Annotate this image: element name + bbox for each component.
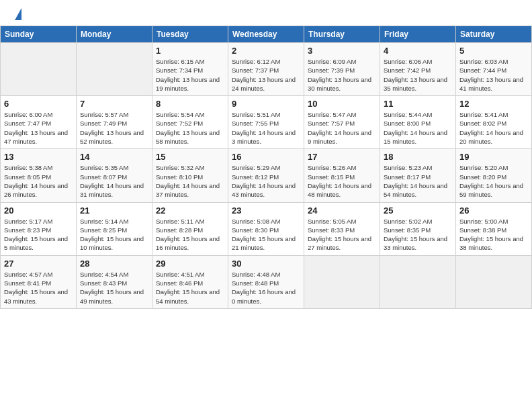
calendar-day-4: 4Sunrise: 6:06 AMSunset: 7:42 PMDaylight… (380, 43, 456, 96)
day-number: 20 (4, 205, 73, 216)
day-number: 28 (80, 259, 148, 269)
day-number: 3 (308, 46, 376, 56)
calendar-day-3: 3Sunrise: 6:09 AMSunset: 7:39 PMDaylight… (304, 43, 380, 96)
day-info: Sunrise: 5:20 AMSunset: 8:20 PMDaylight:… (459, 163, 528, 199)
calendar-day-13: 13Sunrise: 5:38 AMSunset: 8:05 PMDayligh… (1, 149, 77, 202)
weekday-header-wednesday: Wednesday (228, 26, 304, 43)
day-info: Sunrise: 5:51 AMSunset: 7:55 PMDaylight:… (232, 110, 300, 146)
calendar-table: SundayMondayTuesdayWednesdayThursdayFrid… (0, 26, 532, 309)
calendar-day-11: 11Sunrise: 5:44 AMSunset: 8:00 PMDayligh… (380, 96, 456, 149)
day-info: Sunrise: 6:00 AMSunset: 7:47 PMDaylight:… (4, 110, 73, 146)
day-number: 4 (384, 46, 452, 56)
calendar-header-row: SundayMondayTuesdayWednesdayThursdayFrid… (1, 26, 532, 43)
calendar-day-9: 9Sunrise: 5:51 AMSunset: 7:55 PMDaylight… (228, 96, 304, 149)
day-number: 15 (156, 152, 224, 162)
page: SundayMondayTuesdayWednesdayThursdayFrid… (0, 0, 532, 411)
day-info: Sunrise: 4:54 AMSunset: 8:43 PMDaylight:… (80, 270, 148, 306)
day-number: 9 (232, 99, 300, 109)
calendar-day-12: 12Sunrise: 5:41 AMSunset: 8:02 PMDayligh… (456, 96, 532, 149)
calendar-day-20: 20Sunrise: 5:17 AMSunset: 8:23 PMDayligh… (1, 202, 77, 255)
calendar-day-10: 10Sunrise: 5:47 AMSunset: 7:57 PMDayligh… (304, 96, 380, 149)
calendar-week-row: 6Sunrise: 6:00 AMSunset: 7:47 PMDaylight… (1, 96, 532, 149)
day-info: Sunrise: 6:06 AMSunset: 7:42 PMDaylight:… (384, 57, 452, 93)
day-info: Sunrise: 5:11 AMSunset: 8:28 PMDaylight:… (156, 217, 224, 253)
calendar-day-29: 29Sunrise: 4:51 AMSunset: 8:46 PMDayligh… (152, 255, 228, 308)
calendar-day-5: 5Sunrise: 6:03 AMSunset: 7:44 PMDaylight… (456, 43, 532, 96)
calendar-day-26: 26Sunrise: 5:00 AMSunset: 8:38 PMDayligh… (456, 202, 532, 255)
day-info: Sunrise: 5:32 AMSunset: 8:10 PMDaylight:… (156, 163, 224, 199)
weekday-header-friday: Friday (380, 26, 456, 43)
weekday-header-monday: Monday (77, 26, 152, 43)
calendar-day-1: 1Sunrise: 6:15 AMSunset: 7:34 PMDaylight… (152, 43, 228, 96)
day-number: 17 (308, 152, 376, 162)
day-info: Sunrise: 5:35 AMSunset: 8:07 PMDaylight:… (80, 163, 148, 199)
weekday-header-saturday: Saturday (456, 26, 532, 43)
calendar-week-row: 27Sunrise: 4:57 AMSunset: 8:41 PMDayligh… (1, 255, 532, 308)
day-number: 18 (384, 152, 452, 162)
day-info: Sunrise: 5:44 AMSunset: 8:00 PMDaylight:… (384, 110, 452, 146)
day-info: Sunrise: 5:23 AMSunset: 8:17 PMDaylight:… (384, 163, 452, 199)
day-number: 2 (232, 46, 300, 56)
day-info: Sunrise: 5:41 AMSunset: 8:02 PMDaylight:… (459, 110, 528, 146)
day-number: 14 (80, 152, 148, 162)
calendar-day-15: 15Sunrise: 5:32 AMSunset: 8:10 PMDayligh… (152, 149, 228, 202)
calendar-day-7: 7Sunrise: 5:57 AMSunset: 7:49 PMDaylight… (77, 96, 152, 149)
day-number: 27 (4, 259, 73, 269)
calendar-week-row: 1Sunrise: 6:15 AMSunset: 7:34 PMDaylight… (1, 43, 532, 96)
day-info: Sunrise: 5:14 AMSunset: 8:25 PMDaylight:… (80, 217, 148, 253)
logo-triangle-icon (15, 8, 21, 20)
weekday-header-tuesday: Tuesday (152, 26, 228, 43)
calendar-day-18: 18Sunrise: 5:23 AMSunset: 8:17 PMDayligh… (380, 149, 456, 202)
day-number: 5 (459, 46, 528, 56)
calendar-day-24: 24Sunrise: 5:05 AMSunset: 8:33 PMDayligh… (304, 202, 380, 255)
day-info: Sunrise: 6:12 AMSunset: 7:37 PMDaylight:… (232, 57, 300, 93)
day-info: Sunrise: 4:48 AMSunset: 8:48 PMDaylight:… (232, 270, 300, 306)
day-number: 30 (232, 259, 300, 269)
day-number: 12 (459, 99, 528, 109)
calendar-day-21: 21Sunrise: 5:14 AMSunset: 8:25 PMDayligh… (77, 202, 152, 255)
day-info: Sunrise: 5:02 AMSunset: 8:35 PMDaylight:… (384, 217, 452, 253)
day-number: 19 (459, 152, 528, 162)
day-info: Sunrise: 4:57 AMSunset: 8:41 PMDaylight:… (4, 270, 73, 306)
day-number: 13 (4, 152, 73, 162)
calendar-day-2: 2Sunrise: 6:12 AMSunset: 7:37 PMDaylight… (228, 43, 304, 96)
day-info: Sunrise: 5:17 AMSunset: 8:23 PMDaylight:… (4, 217, 73, 253)
day-info: Sunrise: 5:00 AMSunset: 8:38 PMDaylight:… (459, 217, 528, 253)
day-number: 22 (156, 205, 224, 216)
day-info: Sunrise: 5:08 AMSunset: 8:30 PMDaylight:… (232, 217, 300, 253)
day-number: 8 (156, 99, 224, 109)
calendar-day-empty (304, 255, 380, 308)
weekday-header-thursday: Thursday (304, 26, 380, 43)
day-number: 25 (384, 205, 452, 216)
calendar-day-19: 19Sunrise: 5:20 AMSunset: 8:20 PMDayligh… (456, 149, 532, 202)
day-number: 26 (459, 205, 528, 216)
day-number: 16 (232, 152, 300, 162)
day-info: Sunrise: 5:38 AMSunset: 8:05 PMDaylight:… (4, 163, 73, 199)
calendar-day-empty (456, 255, 532, 308)
calendar-week-row: 13Sunrise: 5:38 AMSunset: 8:05 PMDayligh… (1, 149, 532, 202)
calendar-day-14: 14Sunrise: 5:35 AMSunset: 8:07 PMDayligh… (77, 149, 152, 202)
day-info: Sunrise: 5:05 AMSunset: 8:33 PMDaylight:… (308, 217, 376, 253)
day-info: Sunrise: 6:03 AMSunset: 7:44 PMDaylight:… (459, 57, 528, 93)
calendar-day-empty (380, 255, 456, 308)
day-info: Sunrise: 5:47 AMSunset: 7:57 PMDaylight:… (308, 110, 376, 146)
calendar-day-17: 17Sunrise: 5:26 AMSunset: 8:15 PMDayligh… (304, 149, 380, 202)
day-number: 21 (80, 205, 148, 216)
day-info: Sunrise: 5:57 AMSunset: 7:49 PMDaylight:… (80, 110, 148, 146)
calendar-day-28: 28Sunrise: 4:54 AMSunset: 8:43 PMDayligh… (77, 255, 152, 308)
calendar-day-empty (77, 43, 152, 96)
calendar-day-25: 25Sunrise: 5:02 AMSunset: 8:35 PMDayligh… (380, 202, 456, 255)
day-info: Sunrise: 6:09 AMSunset: 7:39 PMDaylight:… (308, 57, 376, 93)
calendar-day-23: 23Sunrise: 5:08 AMSunset: 8:30 PMDayligh… (228, 202, 304, 255)
day-number: 10 (308, 99, 376, 109)
header (0, 0, 532, 26)
day-info: Sunrise: 5:26 AMSunset: 8:15 PMDaylight:… (308, 163, 376, 199)
day-info: Sunrise: 5:54 AMSunset: 7:52 PMDaylight:… (156, 110, 224, 146)
calendar-day-27: 27Sunrise: 4:57 AMSunset: 8:41 PMDayligh… (1, 255, 77, 308)
day-info: Sunrise: 5:29 AMSunset: 8:12 PMDaylight:… (232, 163, 300, 199)
day-number: 11 (384, 99, 452, 109)
calendar-day-8: 8Sunrise: 5:54 AMSunset: 7:52 PMDaylight… (152, 96, 228, 149)
calendar-day-empty (1, 43, 77, 96)
day-number: 1 (156, 46, 224, 56)
calendar-week-row: 20Sunrise: 5:17 AMSunset: 8:23 PMDayligh… (1, 202, 532, 255)
